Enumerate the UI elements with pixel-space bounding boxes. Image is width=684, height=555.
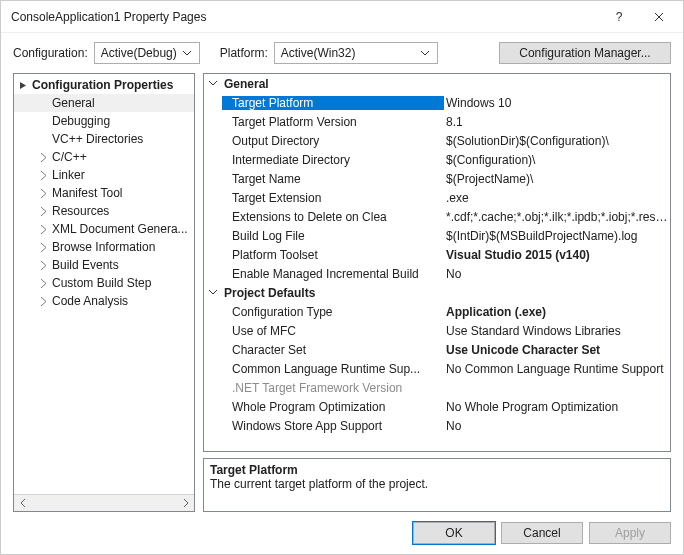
property-value[interactable]: Visual Studio 2015 (v140) (444, 248, 670, 262)
tree-item-label: Browse Information (52, 240, 155, 254)
property-row[interactable]: Enable Managed Incremental BuildNo (204, 264, 670, 283)
property-value[interactable]: Use Unicode Character Set (444, 343, 670, 357)
apply-label: Apply (615, 526, 645, 540)
property-name: Use of MFC (222, 324, 444, 338)
property-value[interactable]: $(ProjectName)\ (444, 172, 670, 186)
property-value[interactable]: No (444, 419, 670, 433)
property-value[interactable]: $(SolutionDir)$(Configuration)\ (444, 134, 670, 148)
chevron-down-icon (179, 46, 195, 60)
property-row[interactable]: Common Language Runtime Sup...No Common … (204, 359, 670, 378)
property-value[interactable]: No Whole Program Optimization (444, 400, 670, 414)
apply-button[interactable]: Apply (589, 522, 671, 544)
tree-item-label: XML Document Genera... (52, 222, 188, 236)
property-value[interactable]: .exe (444, 191, 670, 205)
tree-item[interactable]: Browse Information (14, 238, 194, 256)
chevron-down-icon (417, 46, 433, 60)
tree-root-label: Configuration Properties (32, 78, 173, 92)
expand-icon[interactable] (36, 168, 50, 182)
close-button[interactable] (639, 3, 679, 31)
property-value[interactable]: Use Standard Windows Libraries (444, 324, 670, 338)
tree-item[interactable]: VC++ Directories (14, 130, 194, 148)
expand-icon[interactable] (36, 222, 50, 236)
tree-item[interactable]: Manifest Tool (14, 184, 194, 202)
expand-icon[interactable] (36, 186, 50, 200)
property-name: Build Log File (222, 229, 444, 243)
property-row[interactable]: Target Extension.exe (204, 188, 670, 207)
property-name: Target Platform (222, 96, 444, 110)
tree-item[interactable]: Build Events (14, 256, 194, 274)
expand-icon[interactable] (36, 204, 50, 218)
tree-item[interactable]: C/C++ (14, 148, 194, 166)
tree-item[interactable]: Code Analysis (14, 292, 194, 310)
configuration-value: Active(Debug) (101, 46, 179, 60)
property-value[interactable]: $(IntDir)$(MSBuildProjectName).log (444, 229, 670, 243)
property-name: .NET Target Framework Version (222, 381, 444, 395)
cancel-button[interactable]: Cancel (501, 522, 583, 544)
property-row[interactable]: Intermediate Directory$(Configuration)\ (204, 150, 670, 169)
property-row[interactable]: Target Platform Version8.1 (204, 112, 670, 131)
description-panel: Target Platform The current target platf… (203, 458, 671, 512)
platform-label: Platform: (220, 46, 268, 60)
property-value[interactable]: Windows 10 (444, 96, 670, 110)
scroll-left-icon[interactable] (14, 495, 31, 511)
property-name: Configuration Type (222, 305, 444, 319)
configuration-manager-button[interactable]: Configuration Manager... (499, 42, 671, 64)
property-name: Common Language Runtime Sup... (222, 362, 444, 376)
property-row[interactable]: Platform ToolsetVisual Studio 2015 (v140… (204, 245, 670, 264)
collapse-icon[interactable] (204, 81, 222, 87)
horizontal-scrollbar[interactable] (14, 494, 194, 511)
property-value[interactable]: *.cdf;*.cache;*.obj;*.ilk;*.ipdb;*.iobj;… (444, 210, 670, 224)
property-row[interactable]: Configuration TypeApplication (.exe) (204, 302, 670, 321)
tree-item-label: Build Events (52, 258, 119, 272)
tree-spacer (36, 96, 50, 110)
property-value[interactable]: No (444, 267, 670, 281)
property-row[interactable]: .NET Target Framework Version (204, 378, 670, 397)
tree-item[interactable]: Resources (14, 202, 194, 220)
tree-item[interactable]: XML Document Genera... (14, 220, 194, 238)
category-row[interactable]: General (204, 74, 670, 93)
configuration-combobox[interactable]: Active(Debug) (94, 42, 200, 64)
property-value[interactable]: 8.1 (444, 115, 670, 129)
property-name: Output Directory (222, 134, 444, 148)
expand-icon[interactable] (36, 240, 50, 254)
property-row[interactable]: Use of MFCUse Standard Windows Libraries (204, 321, 670, 340)
dialog-footer: OK Cancel Apply (1, 518, 683, 554)
tree-item-label: Custom Build Step (52, 276, 151, 290)
tree-item[interactable]: Linker (14, 166, 194, 184)
description-text: The current target platform of the proje… (210, 477, 664, 491)
property-row[interactable]: Build Log File$(IntDir)$(MSBuildProjectN… (204, 226, 670, 245)
tree-item[interactable]: Debugging (14, 112, 194, 130)
property-row[interactable]: Target Name$(ProjectName)\ (204, 169, 670, 188)
tree-item[interactable]: General (14, 94, 194, 112)
scroll-right-icon[interactable] (177, 495, 194, 511)
ok-button[interactable]: OK (413, 522, 495, 544)
tree-root[interactable]: Configuration Properties (14, 76, 194, 94)
expand-icon[interactable] (36, 150, 50, 164)
expand-icon[interactable] (36, 294, 50, 308)
cancel-label: Cancel (523, 526, 560, 540)
configuration-manager-label: Configuration Manager... (519, 46, 650, 60)
collapse-icon[interactable] (204, 290, 222, 296)
property-row[interactable]: Target PlatformWindows 10 (204, 93, 670, 112)
property-row[interactable]: Output Directory$(SolutionDir)$(Configur… (204, 131, 670, 150)
category-row[interactable]: Project Defaults (204, 283, 670, 302)
property-name: Intermediate Directory (222, 153, 444, 167)
property-value[interactable]: Application (.exe) (444, 305, 670, 319)
tree-item-label: Linker (52, 168, 85, 182)
property-row[interactable]: Whole Program OptimizationNo Whole Progr… (204, 397, 670, 416)
property-value[interactable]: $(Configuration)\ (444, 153, 670, 167)
collapse-icon[interactable] (16, 78, 30, 92)
platform-combobox[interactable]: Active(Win32) (274, 42, 438, 64)
expand-icon[interactable] (36, 258, 50, 272)
property-row[interactable]: Windows Store App SupportNo (204, 416, 670, 435)
titlebar: ConsoleApplication1 Property Pages ? (1, 1, 683, 33)
tree-spacer (36, 132, 50, 146)
tree-item[interactable]: Custom Build Step (14, 274, 194, 292)
ok-label: OK (445, 526, 462, 540)
tree-item-label: VC++ Directories (52, 132, 143, 146)
help-button[interactable]: ? (599, 3, 639, 31)
property-value[interactable]: No Common Language Runtime Support (444, 362, 670, 376)
property-row[interactable]: Character SetUse Unicode Character Set (204, 340, 670, 359)
expand-icon[interactable] (36, 276, 50, 290)
property-row[interactable]: Extensions to Delete on Clea*.cdf;*.cach… (204, 207, 670, 226)
